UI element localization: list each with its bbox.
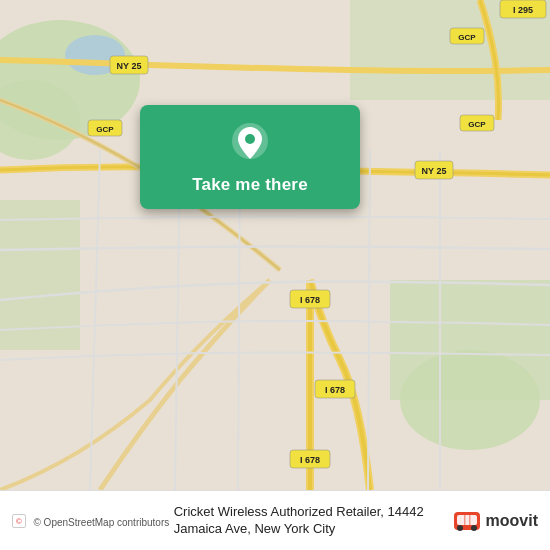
- location-label: Cricket Wireless Authorized Retailer, 14…: [174, 504, 444, 538]
- moovit-logo: moovit: [452, 506, 538, 536]
- svg-text:I 678: I 678: [325, 385, 345, 395]
- moovit-text: moovit: [486, 512, 538, 530]
- svg-text:GCP: GCP: [458, 33, 476, 42]
- osm-icon: ©: [12, 514, 26, 528]
- svg-text:GCP: GCP: [468, 120, 486, 129]
- cta-card[interactable]: Take me there: [140, 105, 360, 209]
- osm-credit-text: © © OpenStreetMap contributors: [12, 512, 169, 530]
- moovit-brand-icon: [452, 506, 482, 536]
- svg-point-4: [400, 350, 540, 450]
- svg-text:NY 25: NY 25: [117, 61, 142, 71]
- svg-text:NY 25: NY 25: [422, 166, 447, 176]
- svg-text:I 295: I 295: [513, 5, 533, 15]
- take-me-there-button[interactable]: Take me there: [192, 175, 308, 195]
- svg-rect-42: [469, 515, 471, 525]
- osm-credit-label: © OpenStreetMap contributors: [33, 517, 169, 528]
- svg-point-36: [245, 134, 255, 144]
- map-view: NY 25 GCP NY 25 NY 25 GCP GCP I 295 I 67…: [0, 0, 550, 490]
- bottom-bar: © © OpenStreetMap contributors Cricket W…: [0, 490, 550, 550]
- svg-point-40: [471, 525, 477, 531]
- svg-rect-38: [457, 515, 477, 525]
- svg-point-39: [457, 525, 463, 531]
- location-pin-icon: [228, 121, 272, 165]
- svg-text:I 678: I 678: [300, 295, 320, 305]
- svg-text:GCP: GCP: [96, 125, 114, 134]
- svg-rect-41: [464, 515, 466, 525]
- svg-text:I 678: I 678: [300, 455, 320, 465]
- map-background: NY 25 GCP NY 25 NY 25 GCP GCP I 295 I 67…: [0, 0, 550, 490]
